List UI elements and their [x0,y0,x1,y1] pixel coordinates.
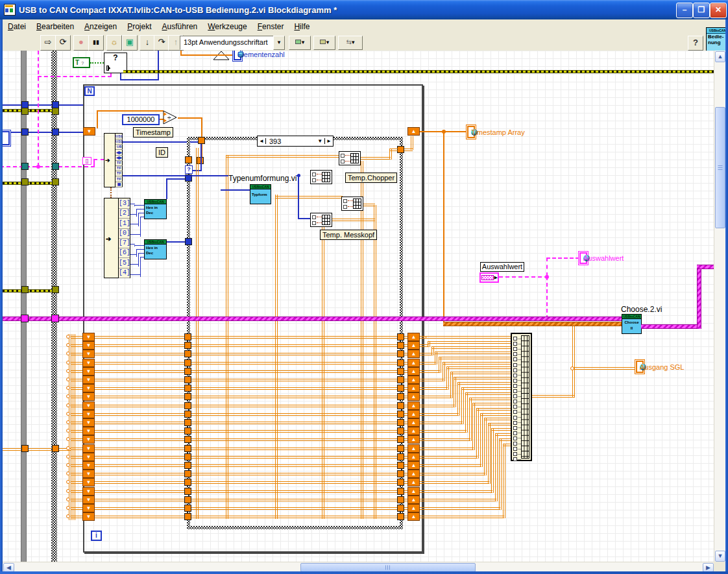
tunnel-orange[interactable] [184,436,191,443]
tunnel-orange[interactable] [397,488,404,495]
build-array-node[interactable] [511,333,532,461]
shift-register-left[interactable]: ▼ [82,504,95,512]
tunnel-orange[interactable] [184,496,191,503]
shift-register-right[interactable]: ▲ [407,418,420,427]
shift-register-right[interactable]: ▲ [407,401,420,410]
run-continuous-button[interactable]: ⟳ [55,35,71,51]
shift-register-left[interactable]: ▼ [82,341,95,350]
scroll-up-button[interactable]: ▲ [715,51,725,62]
shift-register-right[interactable]: ▲ [407,376,420,384]
shift-register-left[interactable]: ▼ [82,470,95,478]
tunnel-magenta[interactable] [51,315,59,322]
shift-register-right[interactable]: ▲ [407,453,420,461]
step-over-button[interactable]: ↷ [154,35,169,51]
vi-icon[interactable]: USBtoCAN Bedie- nung [706,27,728,51]
scroll-down-button[interactable]: ▼ [715,551,725,562]
tunnel-orange[interactable] [184,445,191,452]
shift-register-left[interactable]: ▼ [82,401,95,410]
shift-register-left[interactable]: ▼ [82,350,95,358]
align-objects-dropdown[interactable]: ▾ [289,36,311,50]
shift-register-right[interactable]: ▲ [407,367,420,376]
shift-register-right[interactable]: ▲ [407,341,420,350]
tunnel-orange[interactable] [184,393,191,400]
vertical-scroll-thumb[interactable] [715,107,725,228]
step-into-button[interactable]: ↓ [140,35,155,51]
shift-register-right[interactable]: ▲ [407,384,420,392]
replace-array-node-d[interactable] [341,197,363,211]
tunnel-orange[interactable] [184,376,191,383]
case-dropdown-arrow[interactable]: ▼ [315,138,324,144]
font-selector[interactable]: 13pt Anwendungsschriftart [180,36,278,50]
retain-wire-values-button[interactable]: ▣ [122,35,138,51]
label-temp-messkopf[interactable]: Temp. Messkopf [320,230,377,240]
tunnel-error[interactable] [52,108,59,115]
shift-register-right[interactable]: ▲ [407,333,420,341]
block-diagram[interactable]: T ? ? Elementenzahl N i ▼ [] [0,51,714,562]
label-temp-chopper[interactable]: Temp.Chopper [345,173,397,183]
control-auswahlwert[interactable]: ▶ [479,272,499,283]
tunnel-orange[interactable] [184,479,191,486]
divide-node[interactable]: ÷ [162,110,178,125]
tunnel-orange[interactable] [184,419,191,426]
tunnel-orange[interactable] [184,411,191,418]
subvi-hex-in-dec-1[interactable]: USBtoCAN Hex in Dec [144,199,167,219]
tunnel-orange[interactable] [184,505,191,512]
shift-register-left[interactable]: ▼ [82,427,95,435]
tunnel-orange[interactable] [397,350,404,357]
case-prev-arrow[interactable]: ◄ [258,138,266,144]
shift-register-left[interactable]: ▼ [82,512,95,521]
close-button[interactable]: ✕ [710,3,727,18]
replace-array-node-c[interactable] [310,213,332,227]
tunnel-orange[interactable] [397,513,404,520]
shift-register-right[interactable]: ▲ [407,359,420,367]
tunnel-orange[interactable] [397,333,404,341]
indicator-ausgang-sgl[interactable]: Ausgang SGL [636,361,644,373]
shift-register-right[interactable]: ▲ [407,350,420,358]
structure-edge-hatched[interactable] [51,51,57,562]
tunnel-orange[interactable] [397,436,404,443]
tunnel-blue[interactable] [185,238,192,245]
context-help-button[interactable]: ? [688,36,703,51]
case-structure-border-bottom[interactable] [187,526,403,529]
shift-register-left[interactable]: ▼ [82,461,95,470]
shift-register-left[interactable]: ▼ [82,384,95,392]
tunnel-orange[interactable] [184,488,191,495]
shift-register-right[interactable]: ▲ [407,496,420,504]
label-id[interactable]: ID [156,147,168,158]
empty-array-constant[interactable]: [] [82,157,91,165]
tunnel-orange[interactable] [397,359,404,366]
scroll-right-button[interactable]: ▶ [703,563,714,572]
menu-item[interactable]: Datei [3,21,31,32]
abort-button[interactable]: ● [73,35,89,51]
tunnel-orange[interactable] [397,411,404,418]
shift-register-left[interactable]: ▼ [82,487,95,496]
loop-iteration-terminal[interactable]: i [91,531,102,541]
tunnel-magenta[interactable] [21,315,29,322]
replace-array-node-a[interactable] [339,151,361,165]
menu-item[interactable]: Ausführen [157,21,203,32]
shift-register-right[interactable]: ▲ [407,435,420,444]
horizontal-scrollbar[interactable]: ◀ ▶ [3,562,714,572]
shift-register-left[interactable]: ▼ [82,333,95,341]
tunnel-orange[interactable] [184,470,191,477]
boolean-constant[interactable]: T ? [73,57,90,68]
shift-register-left[interactable]: ▼ [82,453,95,461]
tunnel-orange[interactable] [397,342,404,349]
tunnel-orange[interactable] [397,376,404,383]
tunnel-error[interactable] [21,286,29,293]
tunnel-orange[interactable] [184,368,191,375]
tunnel-orange[interactable] [397,453,404,460]
label-choose-vi[interactable]: Choose.2.vi [621,305,662,314]
tunnel-orange[interactable] [184,359,191,366]
shift-register-left[interactable]: ▼ [82,435,95,444]
tunnel-orange[interactable] [184,350,191,357]
shift-register-left[interactable]: ▼ [83,127,95,136]
tunnel-orange[interactable] [21,445,29,452]
tunnel-orange[interactable] [184,385,191,392]
tunnel-orange[interactable] [184,342,191,349]
tunnel-orange[interactable] [184,402,191,409]
tunnel-orange[interactable] [184,453,191,460]
tunnel-orange[interactable] [397,496,404,503]
distribute-objects-dropdown[interactable]: ▾ [313,36,335,50]
subvi-hex-in-dec-2[interactable]: USBtoCAN Hex in Dec [144,239,167,259]
